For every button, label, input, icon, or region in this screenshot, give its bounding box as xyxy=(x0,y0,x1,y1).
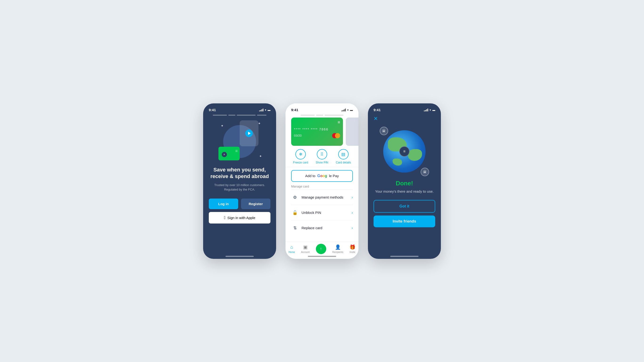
done-content: ✕ 🏛 ≡ 🏛 Done! Your money's there an xyxy=(368,114,441,259)
globe-illustration: 🏛 ≡ 🏛 xyxy=(381,128,428,175)
register-button[interactable]: Register xyxy=(241,199,270,209)
apple-signin-button[interactable]:  Sign in with Apple xyxy=(209,212,270,223)
wifi-icon-1: ▾ xyxy=(265,108,266,112)
time-1: 9:41 xyxy=(209,108,216,112)
phone-done: 9:41 ▾ ▬ ✕ 🏛 xyxy=(368,103,441,259)
signal-icon-2 xyxy=(342,109,346,111)
phone-mock xyxy=(240,120,258,146)
freeze-card-action[interactable]: ❄ Freeze card xyxy=(293,149,308,164)
signal-icon-1 xyxy=(259,109,264,111)
phone-login: 9:41 ▾ ▬ xyxy=(203,103,276,259)
nav-home[interactable]: ⌂ Home xyxy=(288,244,295,253)
phone-card: 9:41 ▾ ▬ ≡ **** **** **** 7866 xyxy=(286,103,358,259)
card-secondary[interactable] xyxy=(346,118,358,146)
card-details-action[interactable]: ▤ Card details xyxy=(336,149,351,164)
play-button xyxy=(245,130,253,137)
nav-invite[interactable]: 🎁 Invite xyxy=(350,244,356,253)
bank-node-bottom-right: 🏛 xyxy=(420,168,429,176)
status-icons-3: ▾ ▬ xyxy=(424,108,435,112)
settings-icon: ⚙ xyxy=(291,194,299,201)
bottom-nav: ⌂ Home ▣ Account ↑ 👤 Recipients 🎁 Invite xyxy=(286,242,358,254)
pay-text: le Pay xyxy=(329,174,339,178)
card-green: ≡ xyxy=(218,147,240,160)
battery-icon-3: ▬ xyxy=(432,108,435,112)
google-pay-logo: Goog xyxy=(317,174,327,178)
status-icons-2: ▾ ▬ xyxy=(342,108,353,112)
chevron-icon-1: › xyxy=(352,195,353,199)
login-button[interactable]: Log in xyxy=(209,199,238,209)
notch-lines-1 xyxy=(203,115,276,116)
time-2: 9:41 xyxy=(291,108,298,112)
nav-recipients[interactable]: 👤 Recipients xyxy=(332,244,344,253)
play-triangle xyxy=(248,132,251,135)
home-indicator-3 xyxy=(390,256,418,257)
card-expiry: 03/20 xyxy=(294,134,302,137)
apple-signin-label: Sign in with Apple xyxy=(228,216,255,220)
add-to-pay-button[interactable]: Add to Goog le Pay xyxy=(291,170,353,182)
account-label: Account xyxy=(301,251,310,253)
pin-icon: ⠿ xyxy=(317,149,327,159)
hero-title: Save when you send, receive & spend abro… xyxy=(209,167,270,180)
invite-icon: 🎁 xyxy=(350,244,356,250)
screens-container: 9:41 ▾ ▬ xyxy=(203,103,441,259)
revolut-logo: ≡ xyxy=(338,120,340,125)
auth-buttons: Log in Register xyxy=(209,199,270,209)
replace-card-item[interactable]: ⇅ Replace card › xyxy=(286,220,358,235)
show-pin-action[interactable]: ⠿ Show PIN xyxy=(316,149,328,164)
card-details-icon: ▤ xyxy=(338,149,348,159)
status-bar-2: 9:41 ▾ ▬ xyxy=(286,103,358,114)
home-indicator-1 xyxy=(226,256,254,257)
bank-icon-2: 🏛 xyxy=(423,170,426,174)
freeze-icon: ❄ xyxy=(296,149,306,159)
lock-icon: 🔓 xyxy=(291,209,299,216)
freeze-label: Freeze card xyxy=(293,161,308,164)
recipients-label: Recipients xyxy=(332,251,344,253)
signal-icon-3 xyxy=(424,109,428,111)
send-arrow-icon: ↑ xyxy=(320,246,322,251)
close-button[interactable]: ✕ xyxy=(374,116,378,122)
sparkle-2: ✦ xyxy=(258,122,261,125)
home-indicator-2 xyxy=(308,256,336,257)
card-bottom: 03/20 xyxy=(294,133,340,138)
status-bar-3: 9:41 ▾ ▬ xyxy=(368,103,441,114)
hero-illustration: ≡ ✦ ✦ ✦ xyxy=(216,120,263,163)
nav-account[interactable]: ▣ Account xyxy=(301,244,310,253)
account-icon: ▣ xyxy=(303,244,308,250)
battery-icon-2: ▬ xyxy=(350,108,353,112)
revolut-badge: ≡ xyxy=(222,152,227,157)
login-content: ≡ ✦ ✦ ✦ Save when you send, receive & sp… xyxy=(203,116,276,259)
revolut-r-icon: ≡ xyxy=(403,149,405,154)
globe-land-2 xyxy=(408,149,422,161)
card-actions: ❄ Freeze card ⠿ Show PIN ▤ Card details xyxy=(286,146,358,167)
show-pin-label: Show PIN xyxy=(316,161,328,164)
card-main[interactable]: ≡ **** **** **** 7866 03/20 xyxy=(291,118,343,146)
bank-node-top-left: 🏛 xyxy=(380,127,388,135)
chevron-icon-2: › xyxy=(352,211,353,215)
home-icon: ⌂ xyxy=(290,244,293,250)
sparkle-3: ✦ xyxy=(259,154,262,158)
nav-send[interactable]: ↑ xyxy=(316,244,326,254)
done-title: Done! xyxy=(396,180,413,187)
time-3: 9:41 xyxy=(374,108,380,112)
replace-icon: ⇅ xyxy=(291,224,299,232)
sparkle-1: ✦ xyxy=(221,124,224,128)
unblock-pin-label: Unblock PIN xyxy=(302,211,352,215)
manage-payment-methods-item[interactable]: ⚙ Manage payment methods › xyxy=(286,190,358,205)
unblock-pin-item[interactable]: 🔓 Unblock PIN › xyxy=(286,205,358,220)
got-it-button[interactable]: Got it xyxy=(374,200,435,213)
invite-friends-button[interactable]: Invite friends xyxy=(374,215,435,227)
status-bar-1: 9:41 ▾ ▬ xyxy=(203,103,276,114)
replace-card-label: Replace card xyxy=(302,226,352,230)
card-number: **** **** **** 7866 xyxy=(294,127,340,131)
chevron-icon-3: › xyxy=(352,226,353,230)
mastercard-circle-orange xyxy=(335,133,340,138)
add-to-pay-text: Add to xyxy=(305,174,316,178)
apple-icon:  xyxy=(224,215,226,220)
card-area: ≡ **** **** **** 7866 03/20 xyxy=(286,116,358,146)
manage-card-label: Manage card xyxy=(286,185,358,190)
bank-icon-1: 🏛 xyxy=(382,129,386,133)
status-icons-1: ▾ ▬ xyxy=(259,108,270,112)
mastercard-logo xyxy=(332,133,340,138)
home-label: Home xyxy=(288,251,295,253)
manage-payment-methods-label: Manage payment methods xyxy=(302,195,352,199)
